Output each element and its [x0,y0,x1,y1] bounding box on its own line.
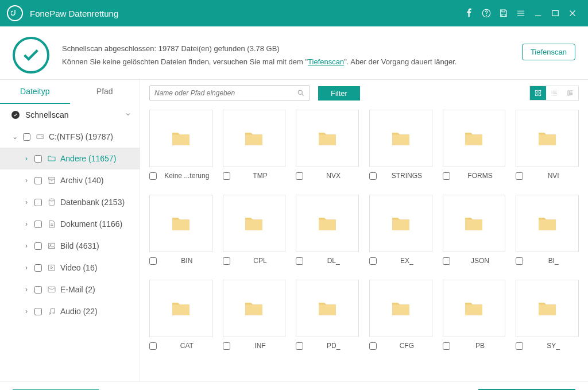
folder-item[interactable]: SY_ [516,280,579,354]
folder-checkbox[interactable] [149,172,157,180]
category-checkbox[interactable] [34,242,42,250]
category-checkbox[interactable] [34,286,42,294]
folder-checkbox[interactable] [369,342,377,350]
sidebar-category[interactable]: ›Audio (22) [0,300,140,322]
category-label: Audio (22) [60,307,98,316]
category-checkbox[interactable] [34,177,42,184]
save-icon[interactable] [495,5,512,22]
category-checkbox[interactable] [34,155,42,163]
folder-item[interactable]: CPL [223,195,286,269]
chevron-right-icon: › [22,176,31,184]
svg-rect-17 [539,94,541,96]
folder-item[interactable]: PD_ [296,280,359,354]
chevron-right-icon: › [22,220,31,228]
sidebar-category[interactable]: ›E-Mail (2) [0,279,140,300]
folder-item[interactable]: INF [223,280,286,354]
folder-item[interactable]: BI_ [516,195,579,269]
app-logo [7,5,23,21]
folder-item[interactable]: DL_ [296,195,359,269]
sidebar-category[interactable]: ›Video (16) [0,257,140,279]
filter-button[interactable]: Filter [318,86,360,101]
folder-label: CPL [235,257,286,265]
folder-thumbnail [223,110,286,167]
folder-checkbox[interactable] [296,342,303,350]
view-list-icon[interactable] [546,86,562,100]
view-grid-icon[interactable] [530,86,546,100]
category-label: Bild (4631) [60,241,99,250]
sidebar-drive[interactable]: ⌄ C:(NTFS) (19787) [0,126,140,148]
category-checkbox[interactable] [34,264,42,272]
folder-thumbnail [296,195,359,252]
help-icon[interactable] [478,5,495,22]
category-checkbox[interactable] [34,199,42,206]
category-icon [47,263,57,272]
folder-checkbox[interactable] [369,172,377,180]
chevron-down-icon [125,110,131,119]
sidebar-category[interactable]: ›Archiv (140) [0,169,140,191]
sidebar-category[interactable]: ›Bild (4631) [0,235,140,257]
folder-checkbox[interactable] [516,342,523,350]
category-checkbox[interactable] [34,308,42,315]
folder-checkbox[interactable] [223,257,230,265]
folder-item[interactable]: CFG [369,280,432,354]
folder-label: STRINGS [381,172,432,180]
folder-checkbox[interactable] [443,342,450,350]
folder-label: SY_ [528,342,579,350]
svg-point-4 [42,136,42,137]
folder-checkbox[interactable] [223,172,230,180]
folder-checkbox[interactable] [516,257,523,265]
svg-point-13 [298,90,302,94]
folder-checkbox[interactable] [443,172,450,180]
search-input[interactable] [154,89,297,97]
folder-item[interactable]: EX_ [369,195,432,269]
folder-item[interactable]: JSON [443,195,506,269]
menu-icon[interactable] [512,5,529,22]
sidebar-scan-header[interactable]: Schnellscan [0,104,140,126]
folder-checkbox[interactable] [149,257,157,265]
folder-label: BIN [161,257,212,265]
category-checkbox[interactable] [34,221,42,228]
chevron-right-icon: › [22,285,31,294]
folder-item[interactable]: NVX [296,110,359,184]
deep-scan-button[interactable]: Tiefenscan [522,44,575,60]
folder-item[interactable]: CAT [149,280,212,354]
sidebar: Dateityp Pfad Schnellscan ⌄ C:(NTFS) (19… [0,80,140,381]
folder-checkbox[interactable] [369,257,377,265]
sidebar-category[interactable]: ›Dokument (1166) [0,213,140,235]
search-box[interactable] [149,85,310,101]
folder-thumbnail [223,195,286,252]
deep-scan-link[interactable]: Tiefenscan [308,57,344,66]
folder-item[interactable]: STRINGS [369,110,432,184]
category-icon [47,176,57,185]
drive-checkbox[interactable] [23,133,30,141]
folder-label: BI_ [528,257,579,265]
folder-checkbox[interactable] [296,172,303,180]
folder-checkbox[interactable] [149,342,157,350]
folder-item[interactable]: TMP [223,110,286,184]
minimize-icon[interactable] [529,5,547,22]
svg-rect-14 [535,90,537,92]
folder-checkbox[interactable] [223,342,230,350]
tab-file-type[interactable]: Dateityp [0,80,70,104]
folder-checkbox[interactable] [443,257,450,265]
folder-label: PB [455,342,506,350]
folder-thumbnail [516,110,579,167]
folder-item[interactable]: FORMS [443,110,506,184]
facebook-icon[interactable] [461,5,478,22]
folder-label: JSON [455,257,506,265]
tab-path[interactable]: Pfad [70,80,140,104]
sidebar-category[interactable]: ›Datenbank (2153) [0,191,140,213]
svg-rect-16 [535,94,537,96]
sidebar-category[interactable]: ›Andere (11657) [0,148,140,169]
maximize-icon[interactable] [547,5,564,22]
folder-item[interactable]: PB [443,280,506,354]
folder-item[interactable]: NVI [516,110,579,184]
folder-item[interactable]: BIN [149,195,212,269]
close-icon[interactable] [564,5,581,22]
folder-checkbox[interactable] [296,257,303,265]
folder-item[interactable]: Keine ...terung [149,110,212,184]
drive-icon [35,132,45,141]
folder-checkbox[interactable] [516,172,523,180]
view-detail-icon[interactable] [562,86,578,100]
content-toolbar: Filter [140,80,588,106]
